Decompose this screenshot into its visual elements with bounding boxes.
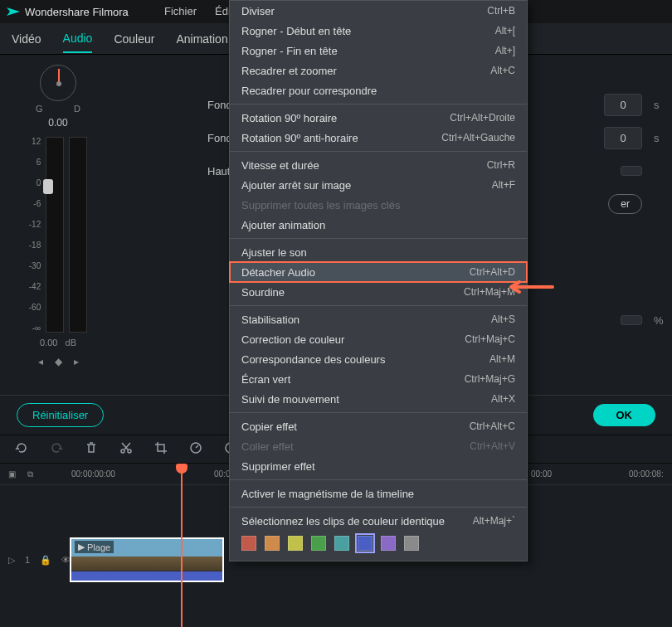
menu-item[interactable]: Supprimer effet [230,456,527,476]
marker-add-icon[interactable]: ▣ [8,469,16,479]
meter-bar-left[interactable] [46,137,64,333]
fade-out-unit: s [654,132,664,144]
play-icon: ▶ [78,542,85,552]
menu-item[interactable]: Recadrer et zoomerAlt+C [230,61,527,80]
color-swatch[interactable] [381,536,396,551]
prev-keyframe-icon[interactable]: ◂ [38,356,43,367]
menu-item[interactable]: Ajouter arrêt sur imageAlt+F [230,175,527,195]
reset-button[interactable]: Réinitialiser [17,403,104,427]
menu-item[interactable]: Correction de couleurCtrl+Maj+C [230,329,527,349]
meter-unit: dB [66,338,76,348]
menu-item[interactable]: StabilisationAlt+S [230,309,527,329]
menu-item[interactable]: Recadrer pour correspondre [230,80,527,100]
svg-marker-0 [7,7,20,16]
menu-item[interactable]: DiviserCtrl+B [230,1,527,21]
redo-icon[interactable] [50,441,63,457]
menu-item[interactable]: Ajuster le son [230,242,527,262]
speed-icon[interactable] [189,441,202,457]
timecode-2: 00:00 [531,469,552,479]
menu-item[interactable]: Correspondance des couleursAlt+M [230,349,527,369]
timecode-3: 00:00:08: [629,469,664,479]
percent-unit: % [654,314,664,327]
meter-bar-right[interactable] [69,137,87,333]
menu-item[interactable]: Sélectionnez les clips de couleur identi… [230,511,527,531]
video-clip[interactable]: ▶Plage [70,537,224,582]
track-toggle-icon[interactable]: ▷ [8,555,15,566]
fade-out-value[interactable]: 0 [604,127,642,149]
menu-item[interactable]: Rotation 90º horaireCtrl+Alt+Droite [230,108,527,128]
track-label: 1 [25,555,30,565]
delete-icon[interactable] [85,441,98,457]
menu-item[interactable]: Détacher AudioCtrl+Alt+D [230,262,527,282]
menu-file[interactable]: Fichier [164,5,197,17]
lock-icon[interactable]: 🔒 [40,555,51,566]
playhead[interactable] [181,464,183,627]
cut-icon[interactable] [119,441,133,457]
menu-item[interactable]: Vitesse et duréeCtrl+R [230,155,527,175]
color-swatch[interactable] [265,536,280,551]
timecode-1: 00:0 [214,469,230,479]
percent-field[interactable] [621,315,642,325]
menu-item[interactable]: Rogner - Fin en têteAlt+] [230,41,527,61]
meter-scale: 1260-6-12-18-30-42-60-∞ [29,137,41,333]
menu-item[interactable]: Ajouter animation [230,215,527,235]
ok-button[interactable]: OK [593,404,656,426]
timecode-0: 00:00:00:00 [71,469,115,479]
tab-color[interactable]: Couleur [114,26,154,52]
color-swatch[interactable] [288,536,303,551]
undo-icon[interactable] [15,441,28,457]
menu-item[interactable]: Écran vertCtrl+Maj+G [230,369,527,389]
context-menu: DiviserCtrl+BRogner - Début en têteAlt+[… [229,0,528,561]
meter-value: 0.00 [40,338,57,348]
color-swatch[interactable] [241,536,256,551]
menu-item: Supprimer toutes les images clés [230,195,527,215]
menu-item[interactable]: Rogner - Début en têteAlt+[ [230,21,527,41]
fade-in-value[interactable]: 0 [604,94,642,116]
link-icon[interactable]: ⧉ [27,469,33,479]
tab-animation[interactable]: Animation [176,26,227,52]
clip-name: Plage [87,542,110,552]
audio-left-panel: GD 0.00 1260-6-12-18-30-42-60-∞ 0.00 dB … [0,55,116,395]
menu-item[interactable]: Copier effetCtrl+Alt+C [230,416,527,436]
color-swatch[interactable] [404,536,419,551]
pan-left-label: G [36,104,43,114]
menu-item[interactable]: Activer le magnétisme de la timeline [230,484,527,503]
keyframe-icon[interactable]: ◆ [55,356,62,367]
annotation-arrow-icon [504,279,554,298]
app-title: Wondershare Filmora [25,6,129,18]
crop-icon[interactable] [154,441,168,457]
svg-point-2 [128,450,131,453]
menu-item: Coller effetCtrl+Alt+V [230,436,527,456]
pitch-field[interactable] [621,166,642,176]
playback-controls: ◂ ◆ ▸ [38,356,79,367]
menu-item[interactable]: Rotation 90º anti-horaireCtrl+Alt+Gauche [230,128,527,148]
pan-right-label: D [74,104,80,114]
color-swatch[interactable] [334,536,349,551]
pan-value: 0.00 [48,117,67,129]
app-logo-icon [7,5,20,18]
menu-item[interactable]: SourdineCtrl+Maj+M [230,282,527,302]
color-swatch[interactable] [358,536,373,551]
pan-dial[interactable] [40,65,76,101]
er-button[interactable]: er [608,194,642,214]
tab-video[interactable]: Vidéo [12,26,41,52]
menu-item[interactable]: Suivi de mouvementAlt+X [230,389,527,409]
fade-in-unit: s [654,99,664,111]
next-keyframe-icon[interactable]: ▸ [74,356,79,367]
color-swatch[interactable] [311,536,326,551]
tab-audio[interactable]: Audio [63,25,93,53]
svg-point-1 [121,450,124,453]
